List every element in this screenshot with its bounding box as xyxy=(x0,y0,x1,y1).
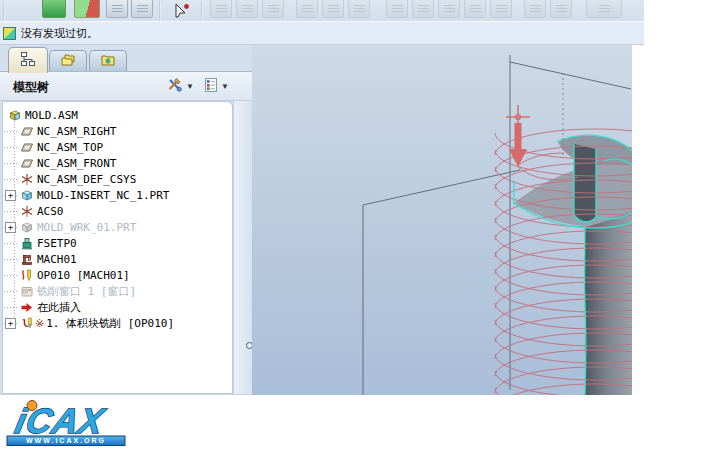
info-tool-icon[interactable] xyxy=(131,0,153,18)
csys-icon xyxy=(20,205,35,218)
tree-settings-button[interactable]: ▼ xyxy=(203,78,229,96)
tree-item-5[interactable]: +MOLD-INSERT_NC_1.PRT xyxy=(3,187,232,203)
tree-item-label: 1. 体积块铣削 [OP010] xyxy=(44,316,174,331)
tree-guides: + xyxy=(3,315,20,331)
tree-filter-icon xyxy=(203,77,218,97)
tree-item-label: OP010 [MACH01] xyxy=(35,269,130,282)
tab-model-tree[interactable] xyxy=(8,47,48,73)
gouge-check-tool-icon[interactable] xyxy=(74,0,100,18)
separator xyxy=(159,1,161,21)
separator xyxy=(3,1,5,21)
model-tree-icon xyxy=(20,51,36,71)
tree-item-1[interactable]: NC_ASM_RIGHT xyxy=(3,123,232,139)
tree-item-3[interactable]: NC_ASM_FRONT xyxy=(3,155,232,171)
tree-item-label: 铣削窗口 1 [窗口] xyxy=(35,284,136,299)
part-icon xyxy=(20,189,35,202)
datum-plane-icon xyxy=(20,125,35,138)
disabled-tool-icon[interactable] xyxy=(524,0,546,18)
tree-item-label: 在此插入 xyxy=(35,300,81,315)
message-bar: 没有发现过切。 xyxy=(0,21,644,45)
tree-item-4[interactable]: NC_ASM_DEF_CSYS xyxy=(3,171,232,187)
tab-folder-browser[interactable] xyxy=(49,50,87,73)
tree-tools-button[interactable]: ▼ xyxy=(166,78,194,96)
part-gray-icon xyxy=(20,221,35,234)
model-tree[interactable]: MOLD.ASMNC_ASM_RIGHTNC_ASM_TOPNC_ASM_FRO… xyxy=(2,101,233,394)
panel-header: 模型树 ▼ xyxy=(0,71,252,101)
navigator-panel: 模型树 ▼ xyxy=(0,45,252,395)
expand-toggle[interactable]: + xyxy=(5,222,16,233)
verify-tool-icon[interactable] xyxy=(42,0,66,18)
tree-guides xyxy=(3,139,20,155)
graphics-viewport[interactable] xyxy=(252,45,632,395)
disabled-table-tool-icon[interactable] xyxy=(586,0,622,18)
assembly-icon xyxy=(8,109,23,122)
disabled-tool-icon[interactable] xyxy=(262,0,284,18)
tree-guides xyxy=(3,251,20,267)
application-window: 没有发现过切。 xyxy=(0,0,720,450)
tree-item-label: MACH01 xyxy=(35,253,77,266)
tree-item-label: NC_ASM_TOP xyxy=(35,141,103,154)
tree-item-label: NC_ASM_RIGHT xyxy=(35,125,116,138)
tree-guides xyxy=(3,299,20,315)
tree-item-label: NC_ASM_FRONT xyxy=(35,157,116,170)
top-toolbar xyxy=(0,0,644,21)
tree-item-6[interactable]: ACS0 xyxy=(3,203,232,219)
disabled-tool-icon[interactable] xyxy=(490,0,512,18)
logo-ball xyxy=(27,401,37,411)
milling-icon xyxy=(20,317,35,330)
chevron-down-icon: ▼ xyxy=(186,83,194,91)
disabled-tool-icon[interactable] xyxy=(412,0,434,18)
modified-marker: ※ xyxy=(35,317,44,330)
tree-item-2[interactable]: NC_ASM_TOP xyxy=(3,139,232,155)
tree-guides xyxy=(3,123,20,139)
tree-item-label: FSETP0 xyxy=(35,237,77,250)
logo-brand-text: iCAX xyxy=(12,401,109,440)
tree-guides: + xyxy=(3,219,20,235)
tree-item-9[interactable]: MACH01 xyxy=(3,251,232,267)
tree-item-13[interactable]: +※1. 体积块铣削 [OP010] xyxy=(3,315,232,331)
select-cursor-icon[interactable] xyxy=(169,0,193,18)
tree-item-0[interactable]: MOLD.ASM xyxy=(3,107,232,123)
tab-favorites[interactable] xyxy=(89,50,127,73)
tree-item-11[interactable]: 铣削窗口 1 [窗口] xyxy=(3,283,232,299)
message-text: 没有发现过切。 xyxy=(21,26,98,41)
disabled-tool-icon[interactable] xyxy=(464,0,486,18)
panel-splitter[interactable] xyxy=(233,101,252,394)
tree-guides xyxy=(3,283,20,299)
favorites-folder-icon xyxy=(100,52,116,72)
annotate-tool-icon[interactable] xyxy=(106,0,128,18)
machine-icon xyxy=(20,253,35,266)
tree-guides: + xyxy=(3,187,20,203)
tree-guides xyxy=(3,155,20,171)
separator xyxy=(201,1,203,21)
tree-item-label: MOLD.ASM xyxy=(23,109,78,122)
tree-guides xyxy=(3,267,20,283)
tree-item-10[interactable]: OP010 [MACH01] xyxy=(3,267,232,283)
fixture-icon xyxy=(20,237,35,250)
disabled-tool-icon[interactable] xyxy=(210,0,232,18)
tools-icon xyxy=(166,77,183,97)
disabled-tool-icon[interactable] xyxy=(296,0,318,18)
expand-toggle[interactable]: + xyxy=(5,318,16,329)
tree-item-8[interactable]: FSETP0 xyxy=(3,235,232,251)
tree-item-12[interactable]: 在此插入 xyxy=(3,299,232,315)
disabled-tool-icon[interactable] xyxy=(236,0,258,18)
tree-guides xyxy=(3,203,20,219)
window-gray-icon xyxy=(20,285,35,298)
csys-icon xyxy=(20,173,35,186)
disabled-tool-icon[interactable] xyxy=(386,0,408,18)
disabled-tool-icon[interactable] xyxy=(438,0,460,18)
tree-guides xyxy=(3,235,20,251)
datum-plane-icon xyxy=(20,141,35,154)
panel-title: 模型树 xyxy=(13,79,49,96)
datum-plane-icon xyxy=(20,157,35,170)
disabled-tool-icon[interactable] xyxy=(550,0,572,18)
insert-arrow-icon xyxy=(20,301,35,314)
expand-toggle[interactable]: + xyxy=(5,190,16,201)
tree-item-label: NC_ASM_DEF_CSYS xyxy=(35,173,136,186)
icax-logo: iCAX WWW.ICAX.ORG xyxy=(5,398,133,450)
tree-item-7[interactable]: +MOLD_WRK_01.PRT xyxy=(3,219,232,235)
disabled-tool-icon[interactable] xyxy=(348,0,370,18)
tree-item-label: ACS0 xyxy=(35,205,64,218)
disabled-tool-icon[interactable] xyxy=(322,0,344,18)
